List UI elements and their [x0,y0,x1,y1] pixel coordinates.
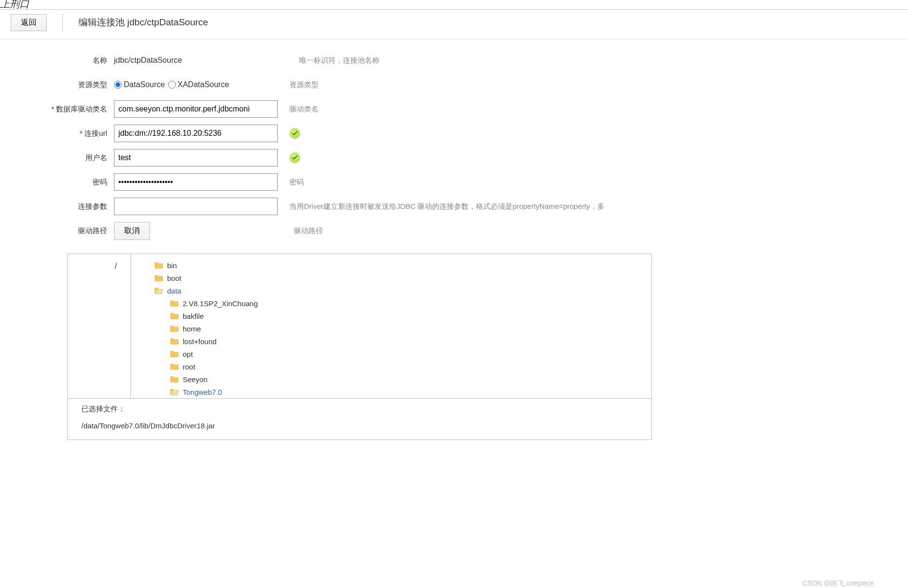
radio-xadatasource-text: XADataSource [178,80,229,89]
label-password: 密码 [0,178,114,187]
cancel-button[interactable]: 取消 [114,222,150,240]
check-icon [289,152,300,163]
value-password [114,173,278,191]
tree-item[interactable]: bakfile [154,310,651,322]
value-url [114,125,278,142]
tree-item-label: opt [183,350,193,358]
url-input[interactable] [114,125,278,142]
folder-closed-icon [170,350,179,358]
folder-closed-icon [154,261,163,269]
tree-item-label: bin [167,261,177,270]
radio-group-resource-type: DataSource XADataSource [114,80,278,89]
help-driver-path: 驱动路径 [294,226,908,236]
help-driver-class: 驱动类名 [289,105,908,114]
password-input[interactable] [114,173,278,191]
tree-item-label: home [183,325,201,333]
tree-item-label[interactable]: Tongweb7.0 [183,388,222,396]
folder-closed-icon [170,312,179,320]
row-password: 密码 密码 [0,171,908,193]
selected-file-path: /data/Tongweb7.0/lib/DmJdbcDriver18.jar [81,422,642,430]
value-name: jdbc/ctpDataSource [114,56,287,65]
tree-item[interactable]: bin [154,259,651,272]
radio-datasource-label[interactable]: DataSource [114,80,165,89]
label-url: *连接url [0,129,114,138]
label-username: 用户名 [0,153,114,163]
label-resource-type: 资源类型 [0,80,114,90]
row-conn-params: 连接参数 当用Driver建立新连接时被发送给JDBC 驱动的连接参数，格式必须… [0,195,908,218]
required-mark: * [79,129,82,137]
fragment-text: 上刑口 [0,0,29,11]
tree-item[interactable]: home [154,322,651,335]
folder-closed-icon [154,274,163,282]
help-name: 唯一标识符，连接池名称 [299,56,908,65]
tree-item-label: boot [167,274,181,282]
driver-class-input[interactable] [114,100,278,118]
help-conn-params: 当用Driver建立新连接时被发送给JDBC 驱动的连接参数，格式必须是prop… [289,202,908,211]
page-title: 编辑连接池 jdbc/ctpDataSource [78,16,208,29]
tree-item[interactable]: boot [154,272,651,284]
header-row: 返回 编辑连接池 jdbc/ctpDataSource [0,10,908,39]
tree-item-label: lost+found [183,337,217,346]
tree-item-label: root [183,363,195,371]
radio-xadatasource-label[interactable]: XADataSource [168,80,229,89]
row-url: *连接url [0,122,908,145]
selected-file-label: 已选择文件： [81,404,642,414]
value-username [114,149,278,166]
help-password: 密码 [289,178,908,187]
radio-datasource-text: DataSource [124,80,165,89]
row-name: 名称 jdbc/ctpDataSource 唯一标识符，连接池名称 [0,49,908,72]
folder-closed-icon [170,299,179,307]
row-resource-type: 资源类型 DataSource XADataSource 资源类型 [0,74,908,96]
label-driver-path: 驱动路径 [0,226,114,236]
folder-closed-icon [170,337,179,345]
tree-item-label: bakfile [183,312,204,320]
tree-root-label: / [68,254,131,398]
label-name: 名称 [0,56,114,65]
back-button[interactable]: 返回 [11,14,47,31]
folder-open-icon [154,287,163,294]
tree-body[interactable]: binbootdata2.V8.1SP2_XinChuangbakfilehom… [131,254,651,398]
row-driver-class: *数据库驱动类名 驱动类名 [0,98,908,120]
tree-item[interactable]: data [154,284,651,297]
tree-item[interactable]: Tongweb7.0 [154,386,651,398]
tree-item-label[interactable]: data [167,287,181,295]
form-container: 名称 jdbc/ctpDataSource 唯一标识符，连接池名称 资源类型 D… [0,49,908,242]
label-driver-class: *数据库驱动类名 [0,105,114,114]
header-divider [62,14,63,31]
tree-item[interactable]: Seeyon [154,373,651,386]
conn-params-input[interactable] [114,198,278,215]
value-conn-params [114,198,278,215]
label-url-text: 连接url [84,129,107,137]
tree-item[interactable]: root [154,360,651,373]
tree-item-label: 2.V8.1SP2_XinChuang [183,299,258,308]
value-driver-class [114,100,278,118]
check-icon [289,128,300,139]
label-driver-class-text: 数据库驱动类名 [56,105,107,113]
row-driver-path: 驱动路径 取消 驱动路径 [0,220,908,242]
radio-datasource[interactable] [114,81,122,89]
top-bar-fragment: 上刑口 [0,0,908,10]
folder-closed-icon [170,375,179,383]
tree-header: / binbootdata2.V8.1SP2_XinChuangbakfileh… [68,254,651,399]
radio-xadatasource[interactable] [168,81,176,89]
tree-item-label: Seeyon [183,375,208,384]
row-username: 用户名 [0,147,908,169]
username-input[interactable] [114,149,278,166]
folder-closed-icon [170,325,179,332]
folder-open-icon [170,388,179,396]
file-tree-wrapper: / binbootdata2.V8.1SP2_XinChuangbakfileh… [67,254,652,440]
tree-item[interactable]: lost+found [154,335,651,348]
required-mark: * [51,105,54,113]
folder-closed-icon [170,363,179,370]
label-conn-params: 连接参数 [0,202,114,211]
selected-file-row: 已选择文件： /data/Tongweb7.0/lib/DmJdbcDriver… [68,399,651,440]
tree-item[interactable]: opt [154,348,651,360]
value-driver-path: 取消 [114,222,150,240]
help-resource-type: 资源类型 [289,80,908,90]
tree-item[interactable]: 2.V8.1SP2_XinChuang [154,297,651,310]
